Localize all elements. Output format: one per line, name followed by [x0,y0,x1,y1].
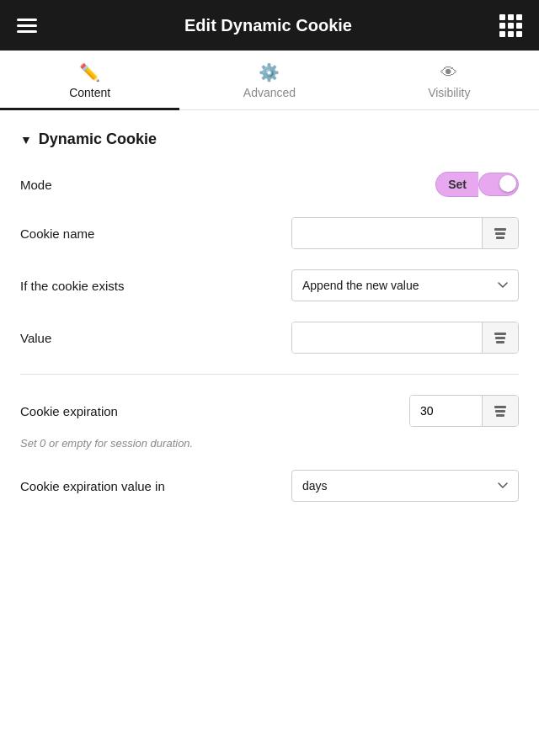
cookie-expiration-input[interactable] [410,396,482,426]
pencil-icon: ✏️ [79,64,100,81]
value-row: Value [20,322,519,354]
toggle-knob [499,175,516,192]
stack-icon [494,228,506,239]
mode-toggle[interactable]: Set [435,172,519,197]
if-cookie-exists-row: If the cookie exists Append the new valu… [20,269,519,301]
cookie-name-row: Cookie name [20,217,519,249]
tab-content-label: Content [69,86,110,99]
expiry-unit-label: Cookie expiration value in [20,479,165,493]
page-title: Edit Dynamic Cookie [184,16,352,35]
expiration-hint: Set 0 or empty for session duration. [20,437,519,450]
section-divider [20,374,519,375]
section-title: Dynamic Cookie [39,130,157,148]
toggle-set-label: Set [435,172,478,197]
collapse-arrow-icon[interactable]: ▼ [20,133,32,146]
hamburger-menu-icon[interactable] [17,19,37,33]
if-cookie-exists-label: If the cookie exists [20,279,124,293]
value-label: Value [20,331,51,345]
mode-toggle-container: Set [435,172,519,197]
cookie-expiration-label: Cookie expiration [20,404,118,418]
grid-apps-icon[interactable] [499,14,522,37]
value-input-group [291,322,519,354]
expiration-stack-icon [494,406,506,417]
expiry-unit-select[interactable]: days hours minutes seconds [291,470,519,502]
mode-row: Mode Set [20,172,519,197]
tab-advanced-label: Advanced [243,86,296,99]
cookie-name-input-group [291,217,519,249]
toggle-switch[interactable] [478,173,519,196]
value-stack-icon [494,333,506,343]
expiration-input-group [409,395,519,427]
tab-visibility-label: Visibility [428,86,470,99]
value-input[interactable] [292,322,482,353]
value-stack-button[interactable] [482,322,518,353]
tab-bar: ✏️ Content ⚙️ Advanced 👁 Visibility [0,51,539,110]
tab-content[interactable]: ✏️ Content [0,51,179,109]
mode-label: Mode [20,178,52,192]
main-content: ▼ Dynamic Cookie Mode Set Cookie name [0,110,539,542]
gear-icon: ⚙️ [259,64,280,81]
header: Edit Dynamic Cookie [0,0,539,51]
expiration-stack-button[interactable] [482,396,518,426]
tab-visibility[interactable]: 👁 Visibility [360,51,539,109]
cookie-name-label: Cookie name [20,226,94,241]
cookie-expiration-row: Cookie expiration [20,395,519,427]
eye-icon: 👁 [440,64,457,81]
cookie-name-stack-button[interactable] [482,218,518,248]
section-header: ▼ Dynamic Cookie [20,130,519,148]
tab-advanced[interactable]: ⚙️ Advanced [179,51,359,109]
expiry-unit-row: Cookie expiration value in days hours mi… [20,470,519,502]
if-cookie-exists-select[interactable]: Append the new value Overwrite Do nothin… [291,269,519,301]
cookie-name-input[interactable] [292,218,482,248]
